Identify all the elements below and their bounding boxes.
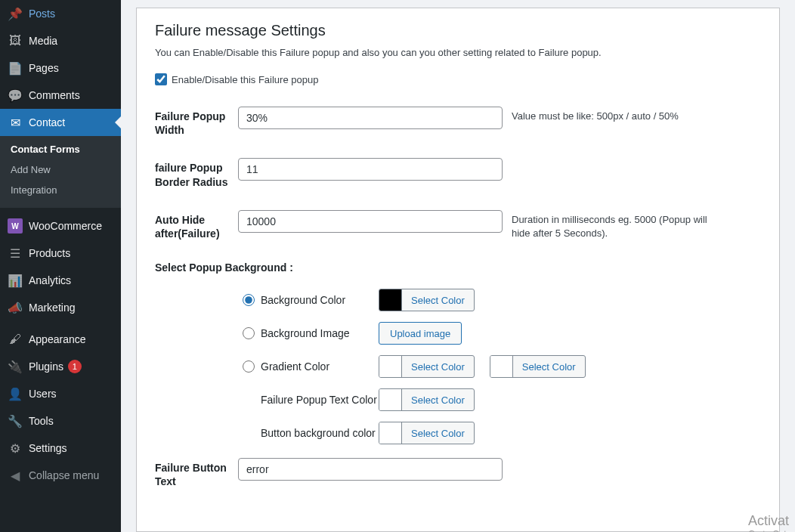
bg-color-row: Background Color Select Color xyxy=(243,289,761,311)
width-hint: Value must be like: 500px / auto / 50% xyxy=(512,107,679,123)
enable-toggle-row: Enable/Disable this Failure popup xyxy=(155,73,761,85)
sidebar-item-posts[interactable]: 📌Posts xyxy=(0,0,121,27)
sidebar-item-contact[interactable]: ✉Contact xyxy=(0,109,121,136)
sidebar-item-pages[interactable]: 📄Pages xyxy=(0,54,121,82)
sidebar-item-media[interactable]: 🖼Media xyxy=(0,27,121,54)
autohide-input[interactable] xyxy=(238,210,503,233)
woo-icon: W xyxy=(8,218,23,234)
submenu-integration[interactable]: Integration xyxy=(0,180,121,200)
plugin-badge: 1 xyxy=(68,360,82,373)
main-content: Failure message Settings You can Enable/… xyxy=(121,0,795,532)
sidebar-item-comments[interactable]: 💬Comments xyxy=(0,82,121,109)
sidebar-label: Products xyxy=(29,247,70,259)
text-color-button[interactable]: Select Color xyxy=(379,388,475,411)
sidebar-collapse[interactable]: ◀Collapse menu xyxy=(0,462,121,489)
sidebar-label: Collapse menu xyxy=(29,469,99,481)
sidebar-label: Appearance xyxy=(29,333,86,345)
pin-icon: 📌 xyxy=(8,6,23,21)
gradient-color1-button[interactable]: Select Color xyxy=(379,355,475,378)
sidebar-item-users[interactable]: 👤Users xyxy=(0,380,121,407)
sidebar-label: Media xyxy=(29,35,57,47)
sidebar-item-plugins[interactable]: 🔌Plugins1 xyxy=(0,353,121,380)
sidebar-item-marketing[interactable]: 📣Marketing xyxy=(0,294,121,321)
text-color-swatch xyxy=(379,389,402,410)
media-icon: 🖼 xyxy=(8,33,23,48)
submenu-add-new[interactable]: Add New xyxy=(0,159,121,180)
button-bg-label: Button background color xyxy=(261,427,379,439)
radius-label: failure Popup Border Radius xyxy=(155,158,238,188)
sidebar-label: Settings xyxy=(29,442,67,454)
brush-icon: 🖌 xyxy=(8,332,23,347)
bg-color-swatch xyxy=(379,289,402,311)
sidebar-item-appearance[interactable]: 🖌Appearance xyxy=(0,326,121,353)
text-color-label: Failure Popup Text Color xyxy=(261,394,379,406)
enable-checkbox[interactable] xyxy=(155,73,167,85)
autohide-label: Auto Hide after(Failure) xyxy=(155,210,238,240)
sidebar-label: Comments xyxy=(29,89,80,101)
sidebar-item-tools[interactable]: 🔧Tools xyxy=(0,407,121,435)
sidebar-label: Pages xyxy=(29,62,59,74)
bg-color-label: Background Color xyxy=(261,294,379,306)
plugin-icon: 🔌 xyxy=(8,359,23,374)
gradient-swatch2 xyxy=(490,356,513,377)
comment-icon: 💬 xyxy=(8,88,23,103)
background-options: Background Color Select Color Background… xyxy=(155,289,761,444)
text-color-btn-text: Select Color xyxy=(402,394,474,406)
button-bg-color-button[interactable]: Select Color xyxy=(379,422,475,444)
sidebar-label: Analytics xyxy=(29,274,71,286)
enable-label: Enable/Disable this Failure popup xyxy=(172,74,318,85)
gradient-radio[interactable] xyxy=(243,360,255,373)
button-text-row: Failure Button Text xyxy=(155,458,761,488)
bg-image-radio[interactable] xyxy=(243,327,255,339)
gear-icon: ⚙ xyxy=(8,441,23,456)
mail-icon: ✉ xyxy=(8,115,23,130)
sidebar-submenu: Contact Forms Add New Integration xyxy=(0,136,121,208)
sidebar-label: Plugins xyxy=(29,360,63,373)
section-title: Failure message Settings xyxy=(155,22,761,39)
autohide-row: Auto Hide after(Failure) Duration in mil… xyxy=(155,210,761,240)
gradient-color2-button[interactable]: Select Color xyxy=(490,355,586,378)
text-color-row: Failure Popup Text Color Select Color xyxy=(243,388,761,411)
section-description: You can Enable/Disable this Failure popu… xyxy=(155,47,761,58)
submenu-contact-forms[interactable]: Contact Forms xyxy=(0,139,121,159)
button-text-label: Failure Button Text xyxy=(155,458,238,488)
gradient-label: Gradient Color xyxy=(261,360,379,373)
collapse-icon: ◀ xyxy=(8,468,23,483)
autohide-hint: Duration in milliseconds eg. 5000 (Popup… xyxy=(512,210,708,240)
width-row: Failure Popup Width Value must be like: … xyxy=(155,107,761,137)
upload-image-button[interactable]: Upload image xyxy=(379,322,462,345)
page-icon: 📄 xyxy=(8,60,23,76)
sidebar-item-products[interactable]: ☰Products xyxy=(0,240,121,267)
gradient-swatch1 xyxy=(379,356,402,377)
megaphone-icon: 📣 xyxy=(8,300,23,315)
analytics-icon: 📊 xyxy=(8,273,23,288)
width-label: Failure Popup Width xyxy=(155,107,238,137)
sidebar-item-analytics[interactable]: 📊Analytics xyxy=(0,267,121,294)
background-section-title: Select Popup Background : xyxy=(155,261,761,274)
bg-image-label: Background Image xyxy=(261,327,379,339)
button-bg-btn-text: Select Color xyxy=(402,428,474,439)
sidebar-label: Marketing xyxy=(29,302,75,314)
settings-panel: Failure message Settings You can Enable/… xyxy=(136,8,780,532)
bg-color-button[interactable]: Select Color xyxy=(379,289,475,311)
user-icon: 👤 xyxy=(8,386,23,401)
sidebar-label: Posts xyxy=(29,8,55,20)
radius-input[interactable] xyxy=(238,158,503,181)
button-bg-row: Button background color Select Color xyxy=(243,422,761,444)
sidebar-label: Contact xyxy=(29,116,65,128)
button-text-input[interactable] xyxy=(238,458,503,481)
sidebar-item-settings[interactable]: ⚙Settings xyxy=(0,435,121,462)
sidebar-item-woocommerce[interactable]: WWooCommerce xyxy=(0,212,121,240)
bg-color-radio[interactable] xyxy=(243,294,255,306)
admin-sidebar: 📌Posts 🖼Media 📄Pages 💬Comments ✉Contact … xyxy=(0,0,121,532)
gradient-btn2-text: Select Color xyxy=(513,361,585,373)
bg-color-btn-text: Select Color xyxy=(402,295,474,306)
sidebar-label: WooCommerce xyxy=(29,220,102,232)
sidebar-label: Users xyxy=(29,388,57,400)
width-input[interactable] xyxy=(238,107,503,129)
radius-row: failure Popup Border Radius xyxy=(155,158,761,188)
wrench-icon: 🔧 xyxy=(8,413,23,428)
sidebar-label: Tools xyxy=(29,415,54,427)
gradient-btn1-text: Select Color xyxy=(402,361,474,373)
gradient-row: Gradient Color Select Color Select Color xyxy=(243,355,761,378)
